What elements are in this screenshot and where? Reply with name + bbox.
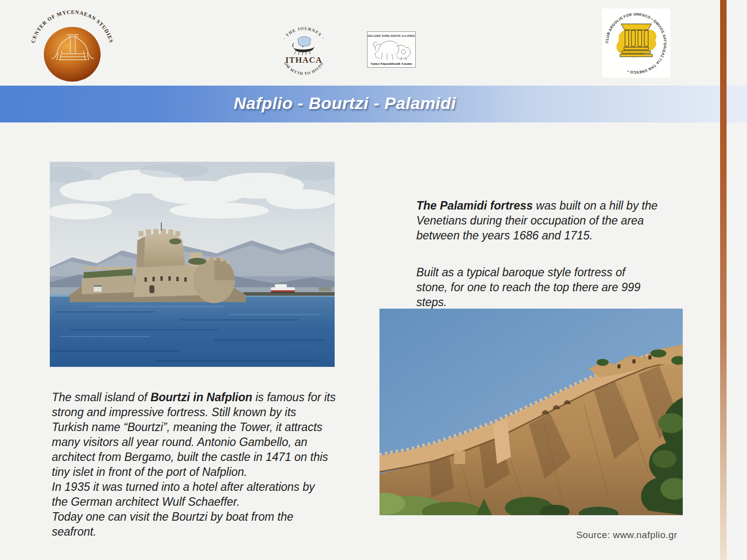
ithaca-wordmark: ITHACA [285,55,322,65]
pier [243,292,335,296]
accent-bar [720,0,727,560]
wall-tower [454,451,465,464]
bourtzi-photo [50,162,335,367]
page-title: Nafplio - Bourtzi - Palamidi [234,94,513,115]
alliance-title-text: HELLENIC EURO-ASIATIC ALLIANCE [368,34,415,37]
euro-asiatic-alliance-logo: HELLENIC EURO-ASIATIC ALLIANCE Греко-Евр… [367,31,416,68]
alliance-logo-icon: HELLENIC EURO-ASIATIC ALLIANCE Греко-Евр… [368,32,415,67]
unesco-logo-icon: CLUB ARGOLIS FOR UNESCO • ΟΜΙΛΟΣ ΑΡΓΟΛΙΔ… [602,8,670,78]
unesco-club-logo: CLUB ARGOLIS FOR UNESCO • ΟΜΙΛΟΣ ΑΡΓΟΛΙΔ… [602,8,670,78]
title-banner: Nafplio - Bourtzi - Palamidi [0,86,747,122]
mycenaean-logo-icon: CENTER OF MYCENAEAN STUDIES [31,6,117,82]
ithaca-logo: · THE JOURNEY · FROM MYTH TO HISTORY ITH… [277,24,331,81]
bull-lion-drawing [374,41,411,60]
bourtzi-photo-art [50,162,335,367]
alliance-subtitle-text: Греко-Евразийский Альянс [371,62,412,65]
palamidi-paragraph-2: Built as a typical baroque style fortres… [416,265,665,310]
mycenaean-studies-logo: CENTER OF MYCENAEAN STUDIES [31,6,117,82]
palamidi-photo [379,309,683,515]
pier-building [319,287,332,291]
source-credit: Source: www.nafplio.gr [508,530,677,541]
slide: CENTER OF MYCENAEAN STUDIES · THE JOURNE… [0,0,747,560]
palamidi-paragraph-1: The Palamidi fortress was built on a hil… [416,198,665,243]
palamidi-photo-art [379,309,683,515]
bourtzi-text-block: The small island of Bourtzi in Nafplion … [52,390,361,539]
ithaca-logo-icon: · THE JOURNEY · FROM MYTH TO HISTORY ITH… [277,24,331,81]
ship-icon [293,37,315,56]
palamidi-text-block: The Palamidi fortress was built on a hil… [416,183,665,325]
